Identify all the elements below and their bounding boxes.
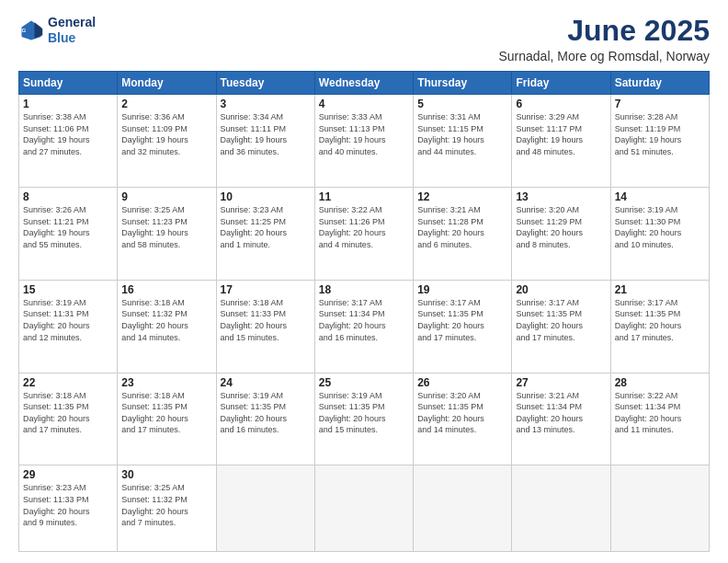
day-info: Sunrise: 3:33 AM Sunset: 11:13 PM Daylig… [319,111,409,157]
day-info: Sunrise: 3:25 AM Sunset: 11:32 PM Daylig… [121,482,211,528]
day-number: 17 [221,283,311,296]
day-number: 5 [417,98,507,110]
day-info: Sunrise: 3:21 AM Sunset: 11:34 PM Daylig… [516,390,606,436]
calendar-cell: 22Sunrise: 3:18 AM Sunset: 11:35 PM Dayl… [19,373,118,465]
calendar-week-2: 8Sunrise: 3:26 AM Sunset: 11:21 PM Dayli… [19,188,710,281]
calendar-week-3: 15Sunrise: 3:19 AM Sunset: 11:31 PM Dayl… [19,280,710,373]
subtitle: Surnadal, More og Romsdal, Norway [498,49,710,63]
col-header-thursday: Thursday [414,72,512,95]
day-info: Sunrise: 3:18 AM Sunset: 11:33 PM Daylig… [221,297,311,343]
day-number: 3 [221,98,311,110]
logo-icon: G [18,17,44,43]
day-info: Sunrise: 3:23 AM Sunset: 11:33 PM Daylig… [23,482,113,528]
day-number: 2 [121,98,211,110]
calendar-cell: 4Sunrise: 3:33 AM Sunset: 11:13 PM Dayli… [314,95,413,188]
day-number: 29 [23,468,113,481]
main-title: June 2025 [498,15,710,47]
calendar-cell [512,465,610,552]
calendar-cell: 25Sunrise: 3:19 AM Sunset: 11:35 PM Dayl… [314,373,413,465]
day-info: Sunrise: 3:20 AM Sunset: 11:29 PM Daylig… [516,204,606,250]
day-number: 22 [23,376,113,389]
day-info: Sunrise: 3:19 AM Sunset: 11:35 PM Daylig… [221,390,311,436]
calendar-cell: 12Sunrise: 3:21 AM Sunset: 11:28 PM Dayl… [414,188,512,281]
day-number: 26 [417,376,507,389]
day-info: Sunrise: 3:25 AM Sunset: 11:23 PM Daylig… [121,204,211,250]
calendar-cell: 26Sunrise: 3:20 AM Sunset: 11:35 PM Dayl… [414,373,512,465]
calendar-cell: 6Sunrise: 3:29 AM Sunset: 11:17 PM Dayli… [512,95,610,188]
day-number: 11 [319,190,409,203]
day-info: Sunrise: 3:18 AM Sunset: 11:32 PM Daylig… [121,297,211,343]
day-info: Sunrise: 3:22 AM Sunset: 11:26 PM Daylig… [319,204,409,250]
calendar-cell: 7Sunrise: 3:28 AM Sunset: 11:19 PM Dayli… [610,95,709,188]
calendar-cell: 8Sunrise: 3:26 AM Sunset: 11:21 PM Dayli… [19,188,118,281]
day-number: 12 [417,190,507,203]
calendar-cell: 23Sunrise: 3:18 AM Sunset: 11:35 PM Dayl… [118,373,216,465]
day-info: Sunrise: 3:36 AM Sunset: 11:09 PM Daylig… [121,111,211,157]
day-info: Sunrise: 3:18 AM Sunset: 11:35 PM Daylig… [23,390,113,436]
day-number: 23 [121,376,211,389]
day-info: Sunrise: 3:17 AM Sunset: 11:35 PM Daylig… [417,297,507,343]
day-number: 6 [516,98,606,110]
col-header-saturday: Saturday [610,72,709,95]
day-number: 30 [121,468,211,481]
calendar-cell: 19Sunrise: 3:17 AM Sunset: 11:35 PM Dayl… [414,280,512,373]
calendar-cell: 9Sunrise: 3:25 AM Sunset: 11:23 PM Dayli… [118,188,216,281]
calendar-cell: 15Sunrise: 3:19 AM Sunset: 11:31 PM Dayl… [19,280,118,373]
day-info: Sunrise: 3:18 AM Sunset: 11:35 PM Daylig… [121,390,211,436]
calendar-cell: 27Sunrise: 3:21 AM Sunset: 11:34 PM Dayl… [512,373,610,465]
day-number: 20 [516,283,606,296]
calendar-cell: 16Sunrise: 3:18 AM Sunset: 11:32 PM Dayl… [118,280,216,373]
calendar-week-1: 1Sunrise: 3:38 AM Sunset: 11:06 PM Dayli… [19,95,710,188]
calendar-cell: 30Sunrise: 3:25 AM Sunset: 11:32 PM Dayl… [118,465,216,552]
day-info: Sunrise: 3:19 AM Sunset: 11:31 PM Daylig… [23,297,113,343]
calendar-table: SundayMondayTuesdayWednesdayThursdayFrid… [18,71,710,552]
day-info: Sunrise: 3:31 AM Sunset: 11:15 PM Daylig… [417,111,507,157]
logo-text: General Blue [48,15,96,46]
day-info: Sunrise: 3:17 AM Sunset: 11:34 PM Daylig… [319,297,409,343]
col-header-monday: Monday [118,72,216,95]
col-header-tuesday: Tuesday [216,72,314,95]
day-number: 24 [221,376,311,389]
day-info: Sunrise: 3:26 AM Sunset: 11:21 PM Daylig… [23,204,113,250]
day-info: Sunrise: 3:20 AM Sunset: 11:35 PM Daylig… [417,390,507,436]
day-info: Sunrise: 3:28 AM Sunset: 11:19 PM Daylig… [615,111,705,157]
calendar-cell: 5Sunrise: 3:31 AM Sunset: 11:15 PM Dayli… [414,95,512,188]
day-info: Sunrise: 3:17 AM Sunset: 11:35 PM Daylig… [516,297,606,343]
day-number: 13 [516,190,606,203]
day-number: 19 [417,283,507,296]
day-number: 7 [615,98,705,110]
day-info: Sunrise: 3:19 AM Sunset: 11:35 PM Daylig… [319,390,409,436]
day-number: 21 [615,283,705,296]
calendar-cell [216,465,314,552]
day-number: 18 [319,283,409,296]
col-header-friday: Friday [512,72,610,95]
day-number: 28 [615,376,705,389]
day-number: 25 [319,376,409,389]
day-number: 27 [516,376,606,389]
day-number: 15 [23,283,113,296]
calendar-cell [414,465,512,552]
day-number: 8 [23,190,113,203]
calendar-cell: 10Sunrise: 3:23 AM Sunset: 11:25 PM Dayl… [216,188,314,281]
day-number: 9 [121,190,211,203]
calendar-cell: 2Sunrise: 3:36 AM Sunset: 11:09 PM Dayli… [118,95,216,188]
svg-text:G: G [22,27,27,33]
calendar-cell: 21Sunrise: 3:17 AM Sunset: 11:35 PM Dayl… [610,280,709,373]
day-info: Sunrise: 3:29 AM Sunset: 11:17 PM Daylig… [516,111,606,157]
day-number: 4 [319,98,409,110]
col-header-sunday: Sunday [19,72,118,95]
day-info: Sunrise: 3:21 AM Sunset: 11:28 PM Daylig… [417,204,507,250]
page: G General Blue June 2025 Surnadal, More … [0,0,728,563]
day-info: Sunrise: 3:34 AM Sunset: 11:11 PM Daylig… [221,111,311,157]
calendar-cell: 28Sunrise: 3:22 AM Sunset: 11:34 PM Dayl… [610,373,709,465]
calendar-cell: 1Sunrise: 3:38 AM Sunset: 11:06 PM Dayli… [19,95,118,188]
logo: G General Blue [18,15,96,46]
calendar-cell: 13Sunrise: 3:20 AM Sunset: 11:29 PM Dayl… [512,188,610,281]
day-number: 14 [615,190,705,203]
calendar-cell: 3Sunrise: 3:34 AM Sunset: 11:11 PM Dayli… [216,95,314,188]
title-block: June 2025 Surnadal, More og Romsdal, Nor… [498,15,710,63]
day-info: Sunrise: 3:38 AM Sunset: 11:06 PM Daylig… [23,111,113,157]
calendar-cell: 14Sunrise: 3:19 AM Sunset: 11:30 PM Dayl… [610,188,709,281]
day-info: Sunrise: 3:23 AM Sunset: 11:25 PM Daylig… [221,204,311,250]
day-info: Sunrise: 3:17 AM Sunset: 11:35 PM Daylig… [615,297,705,343]
